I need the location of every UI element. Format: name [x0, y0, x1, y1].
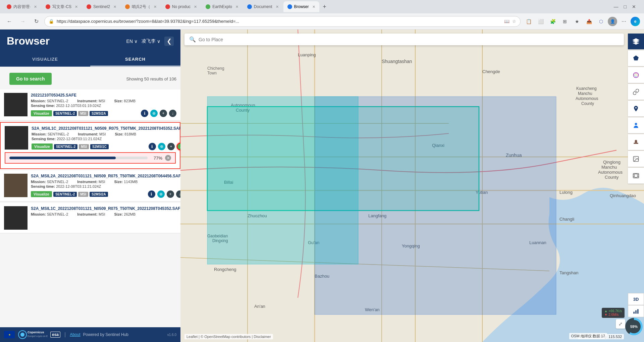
about-link[interactable]: About [70, 332, 80, 337]
map-search-bar[interactable]: 🔍 [184, 34, 624, 45]
pentagon-tool[interactable] [628, 50, 644, 66]
svg-rect-65 [633, 174, 634, 175]
address-bar[interactable]: 🔒 https://dataspace.copernicus.eu/browse… [44, 16, 521, 27]
svg-text:Shuangtashan: Shuangtashan [382, 59, 412, 64]
extensions-icon[interactable]: 🧩 [547, 16, 558, 27]
close-button[interactable]: ✕ [632, 4, 636, 9]
new-tab-button[interactable]: + [320, 2, 329, 11]
target-icon-1[interactable]: ⊕ [150, 110, 158, 117]
user-button[interactable]: 凌飞李 ∨ [142, 38, 160, 44]
tab-8-active[interactable]: Browser ✕ [283, 1, 319, 12]
add-icon-1[interactable]: + [160, 110, 167, 117]
share-icon[interactable]: 📤 [584, 16, 594, 27]
person-tool[interactable] [628, 117, 644, 133]
tab-7[interactable]: Document ✕ [243, 1, 283, 12]
info-icon-2[interactable]: ℹ [149, 143, 156, 150]
more-options-icon[interactable]: ⋯ [619, 16, 629, 27]
profile-icon[interactable]: 👤 [608, 17, 617, 26]
svg-point-59 [636, 76, 637, 77]
visualize-button-3[interactable]: Visualize [31, 191, 52, 197]
download-icon-3[interactable]: ↓ [176, 190, 180, 198]
browser-title: Browser [7, 35, 50, 47]
address-text: https://dataspace.copernicus.eu/browser/… [57, 19, 501, 24]
map-search-icon: 🔍 [189, 36, 196, 43]
collections-icon[interactable]: ⬜ [535, 16, 546, 27]
tab-4[interactable]: 哨兵2号（ ✕ [121, 1, 161, 12]
minimize-button[interactable]: — [614, 4, 619, 9]
add-icon-3[interactable]: + [167, 190, 174, 198]
info-icon-3[interactable]: ℹ [148, 190, 155, 198]
palette-tool[interactable] [628, 67, 644, 83]
target-icon-2[interactable]: ⊕ [158, 143, 165, 150]
add-icon-2[interactable]: + [167, 143, 175, 150]
split-icon[interactable]: ⊞ [559, 16, 570, 27]
tab-6[interactable]: EarthExplo ✕ [202, 1, 243, 12]
language-button[interactable]: EN ∨ [126, 39, 138, 44]
favorites-icon[interactable]: ★ [572, 16, 582, 27]
nav-bar: ← → ↻ 🔒 https://dataspace.copernicus.eu/… [0, 13, 644, 30]
collapse-button[interactable]: ❮ [164, 37, 174, 46]
result-item-3: S2A_MSIL2A_20221208T031121_N0509_R075_T5… [0, 170, 180, 202]
tab-1[interactable]: 内容管理· ✕ [3, 1, 41, 12]
svg-text:Manchu: Manchu [601, 165, 617, 170]
link-tool[interactable] [628, 84, 644, 100]
progress-bar-fill [9, 157, 116, 159]
tab-navigation: VISUALIZE SEARCH [0, 53, 180, 67]
svg-point-56 [636, 73, 637, 74]
film-tool[interactable] [628, 168, 644, 184]
result-item-1: 20221210T053425.SAFE Mission: SENTINEL-2… [0, 90, 180, 121]
svg-text:Lulong: Lulong [559, 190, 573, 195]
chart-button[interactable] [628, 305, 644, 317]
3d-button[interactable]: 3D [628, 293, 644, 305]
read-mode-icon[interactable]: 📖 [504, 19, 509, 24]
svg-rect-61 [634, 142, 638, 144]
layers-tool[interactable] [628, 34, 644, 50]
tab-search[interactable]: SEARCH [90, 53, 180, 66]
tab-3[interactable]: Sentinel2 ✕ [83, 1, 120, 12]
stamp-tool[interactable] [628, 134, 644, 150]
go-to-search-button[interactable]: Go to search [9, 73, 52, 85]
tag-s2msi2a-3: S2MSI2A [90, 192, 108, 197]
back-button[interactable]: ← [4, 16, 15, 27]
download-icon-2[interactable]: ↓ [177, 143, 180, 150]
results-count: Showing 50 results of 106 [126, 76, 176, 81]
svg-text:An'an: An'an [254, 304, 265, 309]
tag-msi-3: MSI [78, 192, 88, 197]
refresh-button[interactable]: ↻ [31, 16, 42, 27]
map-search-input[interactable] [199, 37, 619, 42]
location-tool[interactable] [628, 101, 644, 117]
reader-icon[interactable]: 📋 [523, 16, 534, 27]
visualize-button-2[interactable]: Visualize [32, 144, 53, 150]
map-attribution: Leaflet | © OpenStreetMap contributors |… [184, 334, 273, 339]
tab-bar: 内容管理· ✕ 写文章-CS ✕ Sentinel2 ✕ 哨兵2号（ ✕ No … [0, 0, 644, 13]
map-expand-button[interactable]: ⤢ [616, 319, 625, 329]
bookmark-icon[interactable]: ☆ [512, 19, 516, 24]
image-tool[interactable] [628, 151, 644, 167]
info-icon-1[interactable]: ℹ [141, 110, 148, 117]
lang-chevron-icon: ∨ [134, 39, 138, 44]
tag-sentinel2-2: SENTINEL-2 [54, 144, 77, 149]
svg-text:County: County [605, 175, 619, 180]
svg-point-63 [635, 157, 636, 158]
progress-cancel-button[interactable]: ✕ [165, 155, 171, 161]
result-filename-2: S2A_MSIL1C_20221208T031121_N0509_R075_T5… [32, 126, 180, 131]
progress-bar-track [9, 157, 148, 159]
visualize-button-1[interactable]: Visualize [31, 110, 52, 116]
download-icon-1[interactable]: ↓ [169, 110, 176, 117]
tab-2[interactable]: 写文章-CS ✕ [42, 1, 82, 12]
forward-button[interactable]: → [17, 16, 28, 27]
result-item-4: S2A_MSIL1C_20221208T031121_N0509_R075_T5… [0, 203, 180, 233]
maximize-button[interactable]: □ [624, 4, 627, 9]
target-icon-3[interactable]: ⊕ [157, 190, 165, 198]
svg-text:Town: Town [207, 71, 217, 75]
tab-5[interactable]: No produc ✕ [161, 1, 201, 12]
search-results-area[interactable]: Go to search Showing 50 results of 106 2… [0, 67, 180, 327]
main-content: Browser EN ∨ 凌飞李 ∨ ❮ VISUALIZE [0, 30, 644, 342]
map-area[interactable]: Chicheng Town Luanping Shuangtashan Chen… [180, 30, 644, 342]
svg-text:Europe's eyes on Earth: Europe's eyes on Earth [28, 335, 48, 338]
tab-visualize[interactable]: VISUALIZE [0, 53, 90, 66]
copilot-icon[interactable]: ⬡ [596, 16, 606, 27]
svg-point-1 [20, 333, 24, 337]
svg-text:Kuancheng: Kuancheng [576, 86, 597, 91]
svg-text:Autonomous: Autonomous [576, 96, 598, 101]
